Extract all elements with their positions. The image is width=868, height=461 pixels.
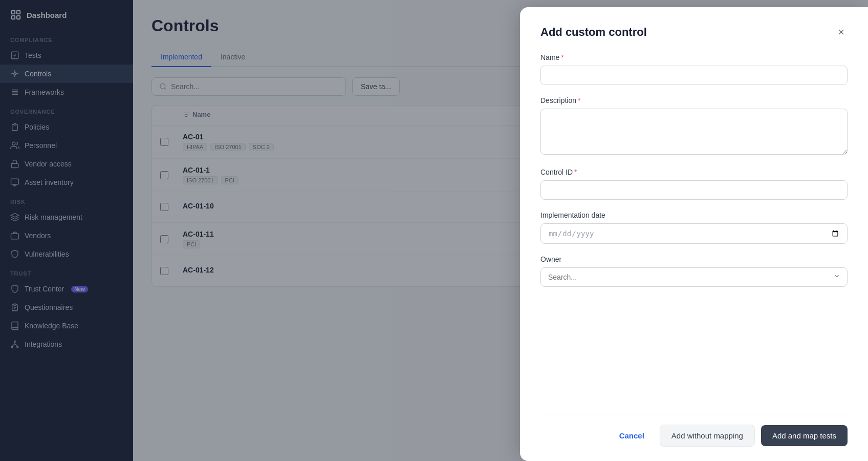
control-id-input[interactable] <box>540 180 848 200</box>
modal-header: Add custom control × <box>540 26 848 39</box>
impl-date-input[interactable] <box>540 223 848 244</box>
add-without-mapping-button[interactable]: Add without mapping <box>660 425 755 447</box>
modal-footer: Cancel Add without mapping Add and map t… <box>540 414 848 461</box>
owner-search-input[interactable] <box>540 267 848 287</box>
control-id-field-group: Control ID* <box>540 168 848 200</box>
impl-date-label: Implementation date <box>540 211 848 219</box>
name-input[interactable] <box>540 66 848 85</box>
control-id-label: Control ID* <box>540 168 848 176</box>
modal-title: Add custom control <box>540 26 647 39</box>
impl-date-field-group: Implementation date <box>540 211 848 244</box>
owner-select-wrap <box>540 267 848 287</box>
cancel-button[interactable]: Cancel <box>610 425 654 446</box>
add-custom-control-modal: Add custom control × Name* Description* … <box>520 7 868 461</box>
owner-label: Owner <box>540 255 848 263</box>
add-and-map-tests-button[interactable]: Add and map tests <box>761 425 848 446</box>
description-label: Description* <box>540 96 848 104</box>
description-textarea[interactable] <box>540 109 848 155</box>
modal-close-button[interactable]: × <box>835 26 848 39</box>
name-field-group: Name* <box>540 53 848 85</box>
name-label: Name* <box>540 53 848 61</box>
owner-field-group: Owner <box>540 255 848 287</box>
description-field-group: Description* <box>540 96 848 157</box>
